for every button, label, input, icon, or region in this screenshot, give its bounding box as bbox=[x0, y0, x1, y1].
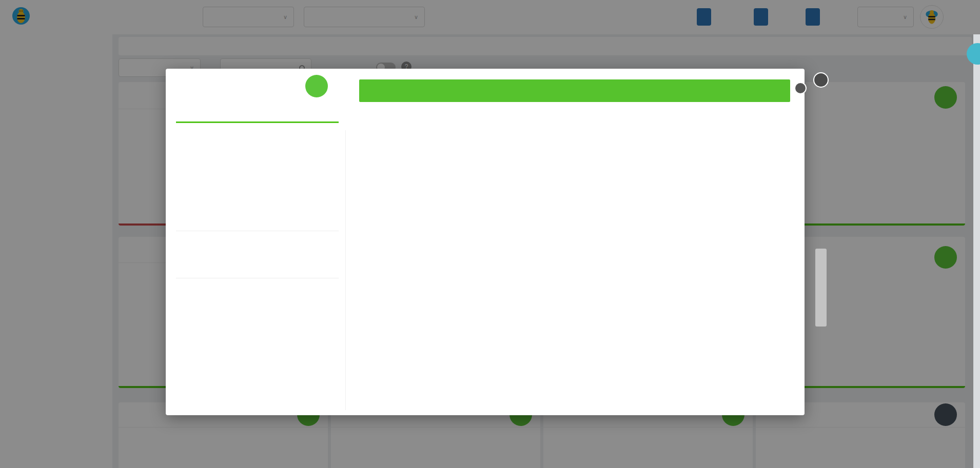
rapid-override-chart bbox=[339, 331, 800, 400]
chart-help-icon[interactable] bbox=[794, 82, 807, 94]
machine-detail-modal bbox=[166, 69, 805, 415]
timeline-axis bbox=[359, 105, 790, 112]
section-divider bbox=[176, 231, 339, 231]
status-timeline-bar bbox=[359, 79, 790, 102]
page-scrollbar[interactable] bbox=[973, 34, 980, 468]
status-underline bbox=[176, 121, 339, 123]
feed-override-chart bbox=[339, 241, 800, 313]
status-badge bbox=[305, 75, 328, 97]
count-change-chart bbox=[339, 154, 800, 226]
shift-stats-table bbox=[176, 278, 339, 278]
side-tab-scrollbar[interactable] bbox=[815, 249, 827, 327]
close-icon[interactable] bbox=[813, 72, 829, 88]
